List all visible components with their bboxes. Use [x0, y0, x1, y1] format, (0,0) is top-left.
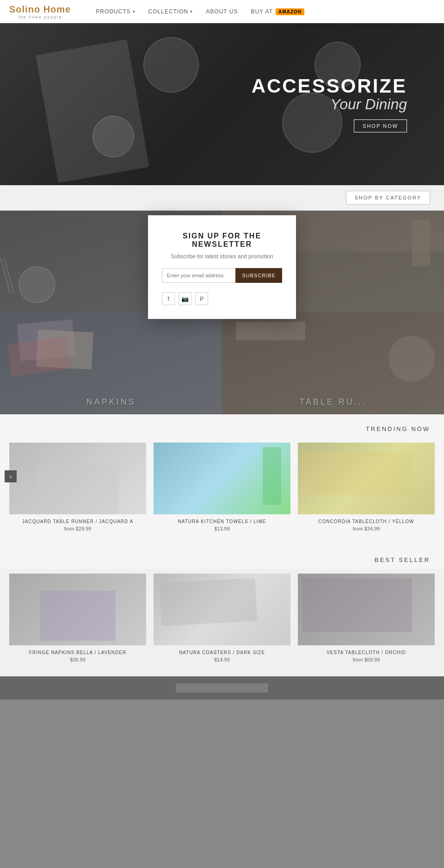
trending-products-row: ‹ JACQUARD TABLE RUNNER / JACQUARD A fro… [9, 443, 435, 531]
product-image-1 [9, 443, 146, 514]
footer-strip [0, 676, 444, 699]
towel-shape [263, 447, 281, 505]
chevron-down-icon: ▾ [133, 9, 136, 14]
product-name-4: FRINGE NAPKINS BELLA / LAVENDER [9, 650, 146, 655]
brand-tagline: the linen people [18, 15, 62, 19]
bestseller-products-section: FRINGE NAPKINS BELLA / LAVENDER $36.99 N… [0, 569, 444, 676]
nav-item-products[interactable]: PRODUCTS ▾ [89, 0, 142, 23]
footer-content [176, 683, 268, 693]
facebook-icon[interactable]: f [162, 292, 175, 305]
category-popup-wrapper: NAPKINS TABLE RU... SIGN UP FOR THE NEWS… [0, 211, 444, 414]
nav-item-collection[interactable]: COLLECTION ▾ [142, 0, 200, 23]
product-price-1: from $29.99 [9, 526, 146, 531]
product-image-6 [298, 574, 435, 645]
product-card-bestseller-3[interactable]: VESTA TABLECLOTH / ORCHID from $69.99 [298, 574, 435, 662]
trending-header: TRENDING NOW [0, 414, 444, 438]
bestseller-products-row: FRINGE NAPKINS BELLA / LAVENDER $36.99 N… [9, 574, 435, 662]
product-img-shape [37, 464, 119, 515]
product-price-6: from $69.99 [298, 657, 435, 662]
deco-plate-1 [143, 37, 199, 93]
product-card-bestseller-1[interactable]: FRINGE NAPKINS BELLA / LAVENDER $36.99 [9, 574, 146, 662]
nav-item-about[interactable]: ABOUT US [199, 0, 244, 23]
hero-title-sub: Your Dining [252, 96, 407, 113]
shop-now-button[interactable]: SHOP NOW [354, 119, 407, 132]
product-image-5 [154, 574, 290, 645]
tablecloth-shape [302, 452, 412, 495]
email-input[interactable] [162, 268, 235, 283]
chevron-down-icon: ▾ [190, 9, 193, 14]
product-price-4: $36.99 [9, 657, 146, 662]
trending-products-section: ‹ JACQUARD TABLE RUNNER / JACQUARD A fro… [0, 438, 444, 545]
newsletter-title: SIGN UP FOR THE NEWSLETTER [162, 232, 282, 249]
instagram-icon[interactable]: 📷 [179, 292, 191, 305]
product-card-bestseller-2[interactable]: NATURA COASTERS / DARK SIZE $14.99 [154, 574, 290, 662]
prev-arrow-button[interactable]: ‹ [5, 470, 17, 482]
product-image-3 [298, 443, 435, 514]
brand-name: Solino Home [9, 4, 71, 15]
shop-category-bar: SHOP BY CATEGORY [0, 185, 444, 211]
product-image-4 [9, 574, 146, 645]
bestseller-header: BEST SELLER [0, 545, 444, 569]
subscribe-button[interactable]: SUBSCRIBE [235, 268, 282, 283]
product-name-3: CONCORDIA TABLECLOTH / YELLOW [298, 519, 435, 524]
hero-section: ACCESSORIZE Your Dining SHOP NOW [0, 23, 444, 185]
product-name-6: VESTA TABLECLOTH / ORCHID [298, 650, 435, 655]
amazon-logo: amazon [276, 8, 304, 15]
coaster-shape [160, 578, 258, 626]
nav-item-buy-at[interactable]: BUY AT amazon [244, 8, 310, 15]
site-logo[interactable]: Solino Home the linen people [9, 4, 71, 19]
nav-links: PRODUCTS ▾ COLLECTION ▾ ABOUT US BUY AT … [89, 0, 435, 23]
product-card-trending-3[interactable]: CONCORDIA TABLECLOTH / YELLOW from $34.9… [298, 443, 435, 531]
product-card-trending-2[interactable]: NATURA KITCHEN TOWELS / LIME $13.99 [154, 443, 290, 531]
product-card-trending-1[interactable]: JACQUARD TABLE RUNNER / JACQUARD A from … [9, 443, 146, 531]
hero-content: ACCESSORIZE Your Dining SHOP NOW [252, 76, 444, 132]
newsletter-subtitle: Subscribe for latest stories and promoti… [162, 253, 282, 260]
newsletter-form: SUBSCRIBE [162, 268, 282, 283]
shop-by-category-button[interactable]: SHOP BY CATEGORY [346, 191, 430, 205]
hero-title-main: ACCESSORIZE [252, 76, 407, 96]
popup-overlay: SIGN UP FOR THE NEWSLETTER Subscribe for… [0, 211, 444, 414]
product-price-5: $14.99 [154, 657, 290, 662]
product-name-2: NATURA KITCHEN TOWELS / LIME [154, 519, 290, 524]
napkin-card-shape [40, 591, 116, 641]
product-name-1: JACQUARD TABLE RUNNER / JACQUARD A [9, 519, 146, 524]
product-image-2 [154, 443, 290, 514]
navbar: Solino Home the linen people PRODUCTS ▾ … [0, 0, 444, 23]
social-links: f 📷 P [162, 292, 282, 305]
product-name-5: NATURA COASTERS / DARK SIZE [154, 650, 290, 655]
newsletter-popup: SIGN UP FOR THE NEWSLETTER Subscribe for… [148, 215, 296, 319]
product-price-2: $13.99 [154, 526, 290, 531]
product-price-3: from $34.99 [298, 526, 435, 531]
tablecloth-bs-shape [302, 578, 412, 632]
pinterest-icon[interactable]: P [195, 292, 208, 305]
deco-linen [36, 39, 149, 183]
